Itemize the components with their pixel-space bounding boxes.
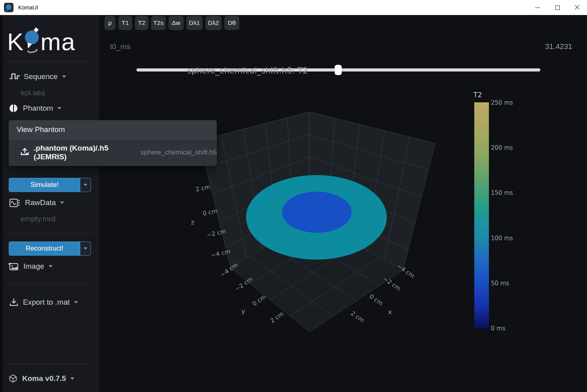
x-axis-title: x <box>388 308 392 316</box>
rawdata-label: RawData <box>25 198 56 207</box>
chevron-down-icon <box>83 247 87 250</box>
sidebar-item-version[interactable]: Koma v0.7.5 <box>0 373 99 384</box>
app-icon <box>4 3 13 12</box>
version-label: Koma v0.7.5 <box>22 374 66 383</box>
z-tick: 2 cm <box>195 183 211 193</box>
image-label: Image <box>23 262 44 271</box>
chevron-down-icon <box>83 184 87 186</box>
sidebar-divider <box>6 61 93 62</box>
logo-text-k: K <box>7 28 24 56</box>
simulate-options-button[interactable] <box>80 178 91 192</box>
logo-text-ma: ma <box>40 28 75 56</box>
koma-logo: K ma <box>7 20 76 63</box>
titlebar: KomaUI <box>0 0 587 15</box>
image-icon <box>9 262 19 271</box>
colorbar <box>474 102 489 328</box>
scope-icon <box>9 199 20 207</box>
chevron-down-icon <box>74 301 78 303</box>
reconstruct-split-button: Reconstruct! <box>9 241 91 256</box>
export-mat-label: Export to .mat <box>23 298 70 307</box>
sidebar-item-rawdata[interactable]: RawData <box>0 197 99 209</box>
reconstruct-options-button[interactable] <box>80 242 91 255</box>
package-icon <box>9 374 17 383</box>
sidebar-divider <box>6 364 93 364</box>
logo-globe-icon <box>24 23 40 60</box>
y-axis-title: y <box>241 307 245 315</box>
z-tick: 0 cm <box>202 207 218 217</box>
app-window: KomaUI K ma Sequence epi.seq <box>0 0 587 392</box>
chevron-down-icon <box>57 107 61 109</box>
sidebar-item-export-mat[interactable]: Export to .mat <box>0 296 99 308</box>
colorbar-title: T2 <box>473 91 482 99</box>
z-axis-title: z <box>191 219 194 226</box>
sidebar-item-image[interactable]: Image <box>0 260 99 272</box>
close-icon <box>574 5 580 10</box>
sidebar-edge-strip <box>0 15 3 392</box>
phantom-label: Phantom <box>23 104 53 113</box>
simulate-button[interactable]: Simulate! <box>9 178 80 192</box>
main-area: ρ T1 T2 T2s Δw Dλ1 Dλ2 Dθ t0_ms 31.4231 … <box>99 15 587 392</box>
phantom-dropdown-menu: View Phantom .phantom (Koma)/.h5 (JEMRIS… <box>9 120 217 166</box>
minimize-icon <box>535 8 540 8</box>
chevron-down-icon <box>60 202 64 204</box>
phantom-upload-menu-item[interactable]: .phantom (Koma)/.h5 (JEMRIS) sphere_chem… <box>9 139 217 166</box>
phantom-3d-plot[interactable]: 2 cm 0 cm −2 cm −4 cm z −4 cm −2 cm 0 cm… <box>99 15 587 392</box>
colorbar-tick: 50 ms <box>491 280 509 287</box>
chevron-down-icon <box>70 377 74 380</box>
reconstruct-button[interactable]: Reconstruct! <box>9 242 80 255</box>
maximize-icon <box>555 6 560 10</box>
sequence-pulse-icon <box>9 73 20 81</box>
sequence-file-item[interactable]: epi.seq <box>21 89 45 97</box>
app-icon-orbit <box>5 9 8 11</box>
x-tick: 0 cm <box>368 293 384 307</box>
phantom-inner-disk <box>282 192 352 233</box>
chevron-down-icon <box>62 75 66 78</box>
colorbar-tick: 100 ms <box>491 235 513 242</box>
colorbar-tick: 250 ms <box>491 99 513 106</box>
colorbar-tick: 0 ms <box>491 325 506 332</box>
sidebar-divider <box>6 233 93 234</box>
window-controls <box>528 0 587 15</box>
download-icon <box>9 298 18 307</box>
upload-icon <box>21 147 29 157</box>
y-tick: 2 cm <box>269 310 285 324</box>
colorbar-tick: 150 ms <box>491 189 513 196</box>
chevron-down-icon <box>49 265 53 268</box>
sidebar-item-phantom[interactable]: Phantom <box>0 102 99 114</box>
brain-icon <box>9 104 18 113</box>
x-tick: −2 cm <box>382 275 402 292</box>
simulate-split-button: Simulate! <box>9 178 91 192</box>
phantom-upload-label: .phantom (Koma)/.h5 (JEMRIS) <box>34 144 130 161</box>
phantom-current-file: sphere_chemical_shift.h5 <box>140 149 217 156</box>
sequence-label: Sequence <box>24 72 58 81</box>
colorbar-tick: 200 ms <box>491 144 513 151</box>
minimize-button[interactable] <box>528 0 547 15</box>
x-tick: 2 cm <box>349 310 365 324</box>
rawdata-file-item[interactable]: empty.mrd <box>21 215 55 223</box>
close-button[interactable] <box>567 0 587 15</box>
sidebar-divider <box>6 283 93 284</box>
window-title: KomaUI <box>18 4 38 11</box>
maximize-button[interactable] <box>547 0 567 15</box>
view-phantom-menu-item[interactable]: View Phantom <box>9 120 217 139</box>
sidebar-item-sequence[interactable]: Sequence <box>0 71 99 83</box>
app-icon-globe <box>6 4 11 10</box>
sidebar: K ma Sequence epi.seq Phantom <box>0 15 99 392</box>
